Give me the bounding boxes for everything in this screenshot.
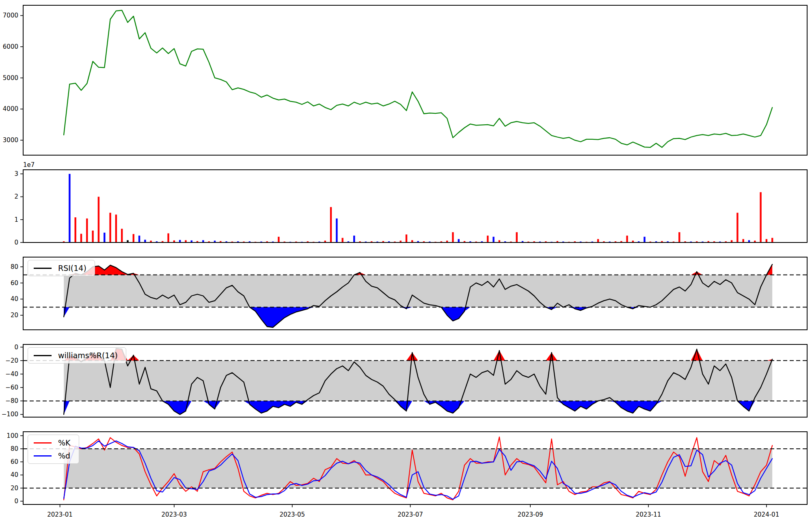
x-tick-label: 2024-01 bbox=[754, 511, 780, 518]
y-tick-label: 60 bbox=[11, 458, 18, 465]
y-tick-label: 3 bbox=[14, 170, 18, 177]
y-tick-label: −40 bbox=[5, 370, 18, 378]
y-tick-label: 40 bbox=[11, 295, 18, 303]
volume-bar bbox=[133, 234, 134, 242]
technical-analysis-figure: 3000400050006000700001231e7204060800−20−… bbox=[0, 0, 812, 528]
volume-bar bbox=[104, 233, 105, 242]
x-tick-label: 2023-01 bbox=[47, 511, 73, 518]
volume-bar bbox=[278, 237, 279, 242]
stoch-k-legend-row: %K bbox=[34, 438, 71, 447]
rsi-legend-label: RSI(14) bbox=[58, 264, 86, 273]
volume-bar bbox=[167, 234, 169, 243]
oversold-fill bbox=[64, 401, 772, 414]
y-tick-label: 4000 bbox=[3, 105, 18, 113]
volume-bar bbox=[458, 239, 460, 242]
y-tick-label: 0 bbox=[14, 498, 18, 505]
y-tick-label: 0 bbox=[14, 344, 18, 351]
y-tick-label: −80 bbox=[5, 397, 18, 405]
y-tick-label: 1 bbox=[14, 216, 18, 223]
volume-bar bbox=[86, 219, 88, 242]
stoch-d-legend-row: %d bbox=[34, 451, 71, 460]
x-tick-label: 2023-03 bbox=[162, 511, 187, 518]
williams-legend-row: williams%R(14) bbox=[34, 351, 118, 360]
volume-bar bbox=[115, 214, 117, 242]
y-tick-label: 0 bbox=[14, 239, 18, 246]
volume-bar bbox=[92, 231, 93, 242]
x-tick-label: 2023-11 bbox=[636, 511, 661, 518]
y-tick-label: 40 bbox=[11, 471, 18, 478]
volume-bar bbox=[644, 237, 645, 242]
y-tick-label: −100 bbox=[2, 411, 18, 418]
volume-bar bbox=[452, 232, 454, 242]
williams-legend: williams%R(14) bbox=[28, 347, 126, 364]
volume-panel: 01231e7 bbox=[14, 161, 807, 246]
overbought-fill bbox=[64, 348, 772, 361]
overbought-fill bbox=[64, 264, 772, 275]
volume-bar bbox=[330, 207, 332, 242]
y-tick-label: 20 bbox=[11, 485, 18, 492]
williams-line-swatch bbox=[34, 355, 52, 356]
volume-bar bbox=[342, 238, 343, 242]
volume-bar bbox=[121, 229, 123, 242]
y-tick-label: 100 bbox=[6, 432, 18, 439]
oversold-fill bbox=[64, 307, 772, 327]
volume-axis-multiplier-label: 1e7 bbox=[23, 161, 35, 169]
price-panel: 30004000500060007000 bbox=[3, 5, 807, 155]
volume-bar bbox=[75, 217, 76, 242]
volume-bar bbox=[678, 232, 680, 242]
volume-bar bbox=[492, 237, 494, 242]
y-tick-label: 80 bbox=[11, 263, 18, 270]
volume-bar bbox=[487, 236, 488, 242]
stochastic-panel: 020406080100 bbox=[6, 432, 807, 505]
y-tick-label: −20 bbox=[5, 357, 18, 364]
volume-bar bbox=[353, 236, 355, 242]
y-tick-label: 80 bbox=[11, 445, 18, 452]
y-tick-label: 5000 bbox=[3, 74, 18, 82]
volume-bar bbox=[98, 197, 99, 242]
x-tick-label: 2023-07 bbox=[397, 511, 423, 518]
series-line bbox=[64, 10, 772, 147]
y-tick-label: 60 bbox=[11, 279, 18, 287]
volume-bar bbox=[626, 236, 628, 242]
volume-bar bbox=[736, 213, 738, 242]
y-tick-label: 7000 bbox=[3, 12, 18, 19]
williams-legend-label: williams%R(14) bbox=[58, 351, 118, 360]
stochastic-legend: %K %d bbox=[28, 435, 79, 464]
rsi-legend: RSI(14) bbox=[28, 260, 95, 276]
volume-bar bbox=[743, 239, 744, 242]
panel-spine bbox=[23, 170, 807, 242]
rsi-panel: 20406080 bbox=[11, 257, 807, 330]
volume-bar bbox=[80, 234, 82, 242]
volume-bar bbox=[771, 238, 773, 242]
volume-bar bbox=[516, 232, 518, 242]
chart-canvas: 3000400050006000700001231e7204060800−20−… bbox=[0, 0, 812, 528]
y-tick-label: 20 bbox=[11, 312, 18, 319]
x-tick-label: 2023-09 bbox=[518, 511, 543, 518]
rsi-line-swatch bbox=[34, 268, 52, 269]
stoch-d-line-swatch bbox=[34, 455, 52, 457]
volume-bar bbox=[109, 213, 111, 242]
volume-bar bbox=[336, 219, 337, 242]
y-tick-label: 6000 bbox=[3, 43, 18, 50]
y-tick-label: −60 bbox=[5, 384, 18, 391]
volume-bar bbox=[766, 239, 767, 242]
x-axis: 2023-012023-032023-052023-072023-092023-… bbox=[47, 504, 779, 518]
y-tick-label: 2 bbox=[14, 193, 18, 200]
stoch-k-line-swatch bbox=[34, 442, 52, 444]
y-tick-label: 3000 bbox=[3, 136, 18, 144]
stoch-d-legend-label: %d bbox=[58, 451, 70, 460]
panel-spine bbox=[23, 5, 807, 155]
volume-bar bbox=[760, 192, 761, 242]
volume-bar bbox=[138, 236, 140, 242]
x-tick-label: 2023-05 bbox=[279, 511, 305, 518]
volume-bar bbox=[406, 234, 407, 242]
stoch-k-legend-label: %K bbox=[58, 438, 71, 447]
volume-bar bbox=[69, 174, 70, 242]
volume-bar bbox=[144, 240, 146, 242]
neutral-band bbox=[64, 361, 772, 401]
neutral-band bbox=[64, 275, 772, 307]
volume-bar bbox=[597, 239, 599, 242]
rsi-legend-row: RSI(14) bbox=[34, 264, 86, 273]
